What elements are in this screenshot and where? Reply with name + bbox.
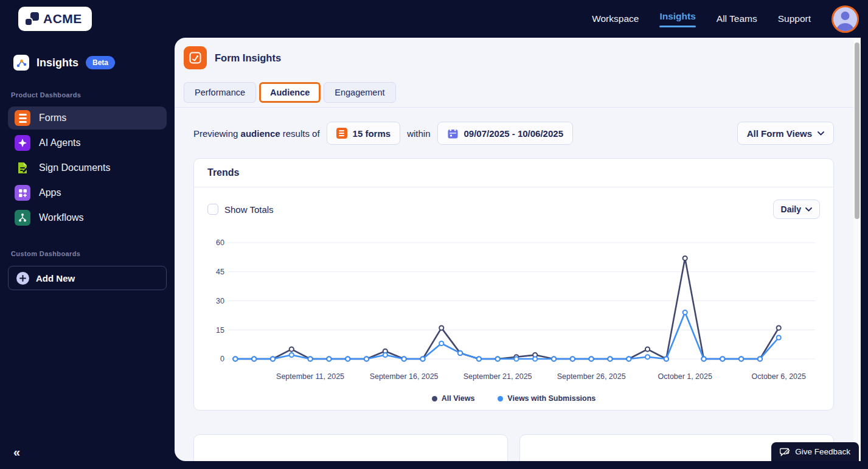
legend-item: Views with Submissions bbox=[498, 394, 595, 403]
forms-count-label: 15 forms bbox=[353, 128, 391, 139]
show-totals-checkbox[interactable] bbox=[207, 204, 218, 215]
form-insights-icon bbox=[184, 46, 207, 69]
tab-audience[interactable]: Audience bbox=[259, 82, 321, 103]
insights-app-icon bbox=[13, 55, 29, 71]
forms-icon bbox=[15, 110, 30, 126]
user-avatar[interactable] bbox=[832, 5, 859, 33]
trends-line-chart: 015304560September 11, 2025September 16,… bbox=[207, 235, 820, 388]
main-content-panel: Form Insights Performance Audience Engag… bbox=[175, 38, 861, 461]
svg-text:30: 30 bbox=[216, 297, 224, 305]
sidebar: Insights Beta Product Dashboards Forms A… bbox=[0, 38, 175, 469]
tab-performance[interactable]: Performance bbox=[184, 82, 256, 103]
give-feedback-label: Give Feedback bbox=[795, 447, 850, 456]
tab-engagement[interactable]: Engagement bbox=[324, 82, 395, 103]
plus-icon bbox=[16, 272, 29, 285]
give-feedback-button[interactable]: Give Feedback bbox=[771, 442, 859, 461]
form-views-dropdown-label: All Form Views bbox=[747, 128, 812, 139]
sidebar-item-label: Sign Documents bbox=[39, 162, 110, 173]
svg-text:October 1, 2025: October 1, 2025 bbox=[658, 372, 712, 381]
scrollbar-thumb[interactable] bbox=[855, 43, 859, 219]
filter-bar: Previewing audience results of 15 forms … bbox=[193, 122, 834, 145]
feedback-icon bbox=[780, 447, 790, 457]
preview-text: Previewing audience results of bbox=[193, 128, 320, 139]
ai-agents-icon bbox=[15, 135, 30, 151]
logo-square-large bbox=[30, 12, 39, 21]
legend-label: Views with Submissions bbox=[507, 394, 595, 403]
brand-name: ACME bbox=[43, 12, 82, 26]
legend-dot bbox=[498, 396, 503, 401]
trends-card-body: Show Totals Daily 015304560September 11,… bbox=[194, 187, 833, 410]
user-icon bbox=[833, 7, 857, 31]
page-header: Form Insights Performance Audience Engag… bbox=[175, 38, 861, 108]
trends-card-title: Trends bbox=[194, 159, 833, 187]
top-bar: ACME Workspace Insights All Teams Suppor… bbox=[0, 0, 868, 38]
calendar-icon bbox=[447, 128, 459, 139]
legend-item: All Views bbox=[432, 394, 475, 403]
sidebar-item-forms[interactable]: Forms bbox=[8, 106, 167, 130]
beta-badge: Beta bbox=[86, 56, 115, 69]
chevron-down-icon bbox=[818, 131, 824, 136]
sidebar-item-ai-agents[interactable]: AI Agents bbox=[8, 131, 167, 155]
svg-text:September 26, 2025: September 26, 2025 bbox=[557, 372, 626, 381]
apps-icon bbox=[15, 185, 30, 201]
sidebar-item-workflows[interactable]: Workflows bbox=[8, 206, 167, 229]
forms-icon bbox=[336, 128, 347, 139]
acme-logo-icon bbox=[26, 12, 39, 26]
granularity-label: Daily bbox=[781, 204, 801, 214]
svg-text:60: 60 bbox=[216, 238, 224, 247]
trends-controls: Show Totals Daily bbox=[207, 200, 820, 219]
granularity-dropdown[interactable]: Daily bbox=[773, 200, 820, 219]
sidebar-collapse-button[interactable]: « bbox=[13, 445, 20, 459]
active-nav-underline bbox=[659, 26, 695, 27]
within-label: within bbox=[407, 128, 430, 139]
page-title: Form Insights bbox=[215, 52, 281, 64]
svg-text:September 11, 2025: September 11, 2025 bbox=[276, 372, 344, 381]
svg-text:September 16, 2025: September 16, 2025 bbox=[370, 372, 439, 381]
page-title-row: Form Insights bbox=[184, 46, 861, 69]
chevron-down-icon bbox=[805, 207, 812, 212]
preview-prefix: Previewing bbox=[193, 128, 238, 139]
sign-documents-icon bbox=[15, 160, 30, 176]
sidebar-app-header: Insights Beta bbox=[13, 55, 175, 71]
sidebar-menu: Forms AI Agents Sign Documents bbox=[0, 106, 175, 229]
trends-card: Trends Show Totals Daily 015304560Septem… bbox=[193, 158, 834, 411]
chart-legend: All ViewsViews with Submissions bbox=[207, 394, 820, 403]
show-totals-label: Show Totals bbox=[224, 204, 274, 215]
svg-text:45: 45 bbox=[216, 268, 224, 276]
sidebar-app-title: Insights bbox=[36, 57, 78, 69]
add-new-button[interactable]: Add New bbox=[8, 266, 167, 290]
svg-text:September 21, 2025: September 21, 2025 bbox=[464, 372, 532, 381]
svg-text:October 6, 2025: October 6, 2025 bbox=[752, 372, 806, 381]
top-navigation: Workspace Insights All Teams Support bbox=[592, 5, 868, 33]
date-range-button[interactable]: 09/07/2025 - 10/06/2025 bbox=[437, 122, 573, 145]
sidebar-item-apps[interactable]: Apps bbox=[8, 181, 167, 204]
legend-label: All Views bbox=[442, 394, 475, 403]
scrollbar-track[interactable] bbox=[853, 38, 861, 461]
workflows-icon bbox=[15, 210, 30, 226]
nav-insights[interactable]: Insights bbox=[659, 11, 695, 27]
preview-bold-word: audience bbox=[241, 128, 280, 139]
nav-support[interactable]: Support bbox=[778, 13, 811, 24]
nav-workspace[interactable]: Workspace bbox=[592, 13, 639, 24]
legend-dot bbox=[432, 396, 437, 401]
nav-all-teams[interactable]: All Teams bbox=[717, 13, 757, 24]
sidebar-item-label: Forms bbox=[39, 113, 66, 123]
tabs: Performance Audience Engagement bbox=[184, 82, 861, 103]
add-new-label: Add New bbox=[36, 273, 75, 283]
sidebar-item-sign-documents[interactable]: Sign Documents bbox=[8, 156, 167, 179]
show-totals-control: Show Totals bbox=[207, 204, 274, 215]
custom-dashboards-label: Custom Dashboards bbox=[11, 250, 175, 257]
sidebar-item-label: Workflows bbox=[39, 212, 84, 223]
svg-text:15: 15 bbox=[216, 326, 224, 335]
nav-insights-label: Insights bbox=[659, 11, 695, 21]
svg-text:0: 0 bbox=[220, 355, 224, 363]
forms-count-button[interactable]: 15 forms bbox=[327, 122, 401, 145]
trends-chart-area: 015304560September 11, 2025September 16,… bbox=[207, 235, 820, 391]
partial-card-left bbox=[193, 434, 508, 461]
form-views-dropdown[interactable]: All Form Views bbox=[737, 122, 834, 145]
sidebar-item-label: Apps bbox=[39, 187, 61, 198]
sidebar-item-label: AI Agents bbox=[39, 137, 81, 148]
logo-square-small bbox=[26, 19, 32, 25]
acme-logo[interactable]: ACME bbox=[18, 7, 92, 31]
date-range-label: 09/07/2025 - 10/06/2025 bbox=[464, 128, 563, 139]
